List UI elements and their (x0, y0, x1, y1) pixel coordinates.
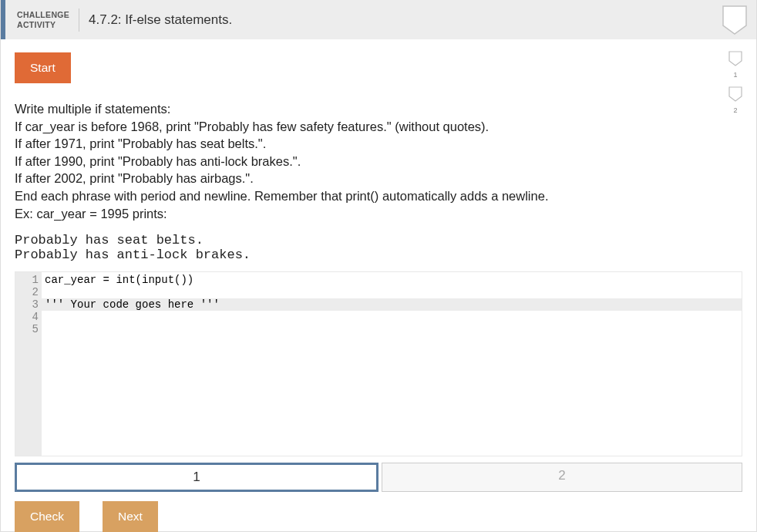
instruction-line: If after 2002, print "Probably has airba… (15, 170, 742, 187)
progress-shield-1-label: 1 (728, 71, 742, 79)
progress-shield-2[interactable]: 2 (728, 86, 742, 114)
gutter-line: 1 (23, 274, 39, 286)
gutter-line: 3 (23, 298, 39, 311)
tab-step-1[interactable]: 1 (15, 463, 378, 492)
code-editor[interactable]: 1 2 3 4 5 car_year = int(input()) ''' Yo… (15, 271, 742, 456)
challenge-activity-label: CHALLENGE ACTIVITY (17, 10, 79, 29)
example-output: Probably has seat belts. Probably has an… (15, 233, 742, 262)
instruction-line: End each phrase with period and newline.… (15, 187, 742, 205)
gutter-line: 2 (23, 286, 39, 298)
shield-icon (728, 51, 742, 66)
code-line (42, 286, 742, 298)
check-button[interactable]: Check (15, 501, 79, 532)
shield-icon (722, 5, 747, 38)
progress-shield-1[interactable]: 1 (728, 51, 742, 79)
code-body[interactable]: car_year = int(input()) ''' Your code go… (42, 272, 742, 456)
gutter-line: 4 (23, 311, 39, 323)
header-divider (79, 8, 79, 32)
code-line: ''' Your code goes here ''' (42, 298, 742, 311)
tab-step-2[interactable]: 2 (382, 463, 742, 492)
code-line (42, 323, 742, 335)
instruction-line: If after 1990, print "Probably has anti-… (15, 153, 742, 170)
code-line: car_year = int(input()) (42, 274, 742, 286)
instruction-line: If car_year is before 1968, print "Proba… (15, 118, 742, 136)
step-tabs: 1 2 (15, 463, 742, 492)
code-line (42, 311, 742, 323)
challenge-title: 4.7.2: If-else statements. (89, 12, 232, 28)
challenge-label-line1: CHALLENGE (17, 10, 69, 19)
challenge-header: CHALLENGE ACTIVITY 4.7.2: If-else statem… (1, 0, 756, 39)
next-button[interactable]: Next (103, 501, 158, 532)
code-gutter: 1 2 3 4 5 (15, 272, 42, 456)
shield-icon (728, 86, 742, 102)
instruction-line: If after 1971, print "Probably has seat … (15, 135, 742, 153)
gutter-line: 5 (23, 323, 39, 335)
instruction-line: Write multiple if statements: (15, 100, 742, 118)
action-row: Check Next (15, 501, 742, 532)
challenge-label-line2: ACTIVITY (17, 20, 69, 29)
progress-shields: 1 2 (728, 51, 742, 114)
progress-shield-2-label: 2 (728, 106, 742, 114)
instructions-text: Write multiple if statements: If car_yea… (15, 100, 742, 222)
start-button[interactable]: Start (15, 52, 71, 83)
instruction-line: Ex: car_year = 1995 prints: (15, 205, 742, 223)
